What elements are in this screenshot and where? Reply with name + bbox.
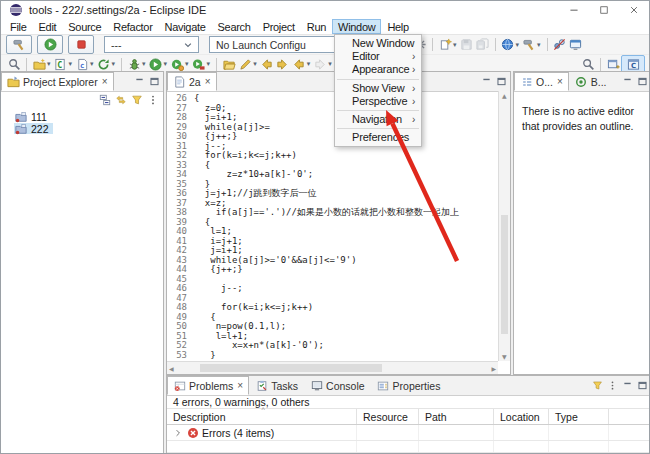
collapse-all-icon[interactable] bbox=[98, 94, 111, 107]
minimize-win-icon[interactable] bbox=[559, 1, 589, 19]
menu-help[interactable]: Help bbox=[381, 19, 414, 34]
menu-item-editor[interactable]: Editor› bbox=[335, 50, 421, 63]
run-config-icon[interactable] bbox=[148, 56, 164, 72]
dropdown-caret-icon[interactable]: ▾ bbox=[164, 60, 168, 68]
dropdown-caret-icon[interactable]: ▾ bbox=[328, 60, 332, 68]
forward-icon[interactable] bbox=[312, 56, 328, 72]
tab-b[interactable]: B... bbox=[569, 72, 613, 91]
close-icon[interactable]: × bbox=[102, 76, 108, 87]
menu-item-appearance[interactable]: Appearance› bbox=[335, 63, 421, 76]
dropdown-caret-icon[interactable]: ▾ bbox=[185, 60, 189, 68]
stop-button[interactable] bbox=[68, 35, 94, 54]
run-icon[interactable] bbox=[42, 37, 58, 53]
column-header-type[interactable]: Type bbox=[549, 409, 609, 424]
run-button[interactable] bbox=[37, 35, 63, 54]
tab-tasks[interactable]: Tasks bbox=[249, 376, 304, 395]
search-code-icon[interactable] bbox=[6, 56, 22, 72]
menu-run[interactable]: Run bbox=[301, 19, 332, 34]
maximize-icon[interactable] bbox=[636, 76, 648, 88]
menu-item-show-view[interactable]: Show View› bbox=[335, 82, 421, 95]
menu-file[interactable]: File bbox=[4, 19, 33, 34]
minimize-icon[interactable] bbox=[621, 380, 633, 392]
dropdown-caret-icon[interactable]: ▾ bbox=[47, 60, 51, 68]
globe-icon[interactable] bbox=[500, 37, 516, 53]
console-icon[interactable] bbox=[310, 379, 323, 392]
dropdown-caret-icon[interactable]: ▾ bbox=[207, 60, 211, 68]
profile-icon[interactable] bbox=[169, 56, 185, 72]
errors-row[interactable]: Errors (4 items) bbox=[167, 425, 650, 441]
column-header-resource[interactable]: Resource bbox=[357, 409, 419, 424]
terminal-icon[interactable] bbox=[568, 37, 584, 53]
project-icon[interactable] bbox=[15, 123, 27, 135]
properties-icon[interactable] bbox=[377, 379, 390, 392]
error-icon[interactable] bbox=[187, 427, 199, 439]
menu-item-perspective[interactable]: Perspective› bbox=[335, 95, 421, 108]
hammer-button[interactable] bbox=[6, 35, 32, 54]
new-file-icon[interactable]: c bbox=[74, 56, 90, 72]
tab-console[interactable]: Console bbox=[304, 376, 371, 395]
dropdown-caret-icon[interactable]: ▾ bbox=[90, 60, 94, 68]
maximize-button[interactable] bbox=[589, 1, 619, 19]
dropdown-caret-icon[interactable]: ▾ bbox=[253, 60, 257, 68]
maximize-icon[interactable] bbox=[495, 76, 507, 88]
stop-icon[interactable] bbox=[73, 37, 89, 53]
tree-item-222[interactable]: 222 bbox=[14, 123, 53, 134]
close-button[interactable] bbox=[619, 1, 649, 19]
tree-item-111[interactable]: 111 bbox=[14, 111, 51, 122]
tab-problems[interactable]: Problems× bbox=[167, 376, 249, 395]
project-icon[interactable] bbox=[15, 111, 27, 123]
menu-item-navigation[interactable]: Navigation› bbox=[335, 113, 421, 126]
dropdown-caret-icon[interactable]: ▾ bbox=[142, 60, 146, 68]
tab-project-explorer[interactable]: Project Explorer × bbox=[1, 72, 114, 91]
menu-edit[interactable]: Edit bbox=[33, 19, 63, 34]
editor-horizontal-scrollbar[interactable]: ◀ ▶ bbox=[167, 361, 498, 374]
link-editor-icon[interactable] bbox=[114, 94, 127, 107]
launch-bar-combo[interactable]: --- bbox=[104, 36, 199, 53]
minimize-icon[interactable] bbox=[133, 76, 145, 88]
scrollbar-thumb[interactable] bbox=[501, 215, 508, 334]
menu-window[interactable]: Window bbox=[332, 19, 381, 34]
minimize-icon[interactable] bbox=[621, 76, 633, 88]
tab-properties[interactable]: Properties bbox=[371, 376, 447, 395]
view-menu-icon[interactable] bbox=[146, 94, 159, 107]
menu-refactor[interactable]: Refactor bbox=[107, 19, 158, 34]
tasks-icon[interactable] bbox=[255, 379, 268, 392]
close-icon[interactable]: × bbox=[237, 380, 243, 391]
debug-icon[interactable] bbox=[126, 56, 142, 72]
maximize-icon[interactable] bbox=[636, 380, 648, 392]
minimize-button[interactable] bbox=[559, 1, 589, 19]
close-win-icon[interactable] bbox=[619, 1, 649, 19]
editor-vertical-scrollbar[interactable]: ▲ ▼ bbox=[498, 91, 510, 361]
close-icon[interactable]: × bbox=[205, 76, 211, 87]
pencil-icon[interactable] bbox=[237, 56, 253, 72]
dropdown-caret-icon[interactable]: ▾ bbox=[112, 60, 116, 68]
menu-item-preferences[interactable]: Preferences bbox=[335, 131, 421, 144]
last-edit-back-icon[interactable] bbox=[259, 56, 275, 72]
tab-o[interactable]: O...× bbox=[514, 72, 569, 91]
new-class-icon[interactable]: C bbox=[53, 56, 69, 72]
maximize-icon[interactable] bbox=[148, 76, 160, 88]
view-menu-icon[interactable] bbox=[606, 380, 618, 392]
scrollbar-thumb[interactable] bbox=[200, 364, 382, 372]
open-perspective-icon[interactable] bbox=[605, 56, 621, 72]
expander-icon[interactable] bbox=[172, 427, 184, 439]
new-project-icon[interactable] bbox=[31, 56, 47, 72]
project-tree[interactable]: 111222 bbox=[1, 108, 163, 134]
coverage-icon[interactable] bbox=[191, 56, 207, 72]
menu-navigate[interactable]: Navigate bbox=[159, 19, 212, 34]
hammer-icon[interactable] bbox=[11, 37, 27, 53]
build-hammer-icon[interactable] bbox=[521, 37, 537, 53]
tab-editor-2a[interactable]: 2a × bbox=[167, 72, 217, 91]
save-icon[interactable] bbox=[459, 37, 475, 53]
dropdown-caret-icon[interactable]: ▾ bbox=[69, 60, 73, 68]
column-header-description[interactable]: Description^ bbox=[167, 409, 357, 424]
menu-item-new-window[interactable]: New Window bbox=[335, 37, 421, 50]
refresh-icon[interactable] bbox=[96, 56, 112, 72]
menu-search[interactable]: Search bbox=[212, 19, 257, 34]
menu-project[interactable]: Project bbox=[257, 19, 301, 34]
menu-source[interactable]: Source bbox=[62, 19, 107, 34]
outline-icon[interactable] bbox=[520, 75, 533, 88]
minimize-icon[interactable] bbox=[480, 76, 492, 88]
open-folder-icon[interactable] bbox=[221, 56, 237, 72]
close-icon[interactable]: × bbox=[557, 76, 563, 87]
